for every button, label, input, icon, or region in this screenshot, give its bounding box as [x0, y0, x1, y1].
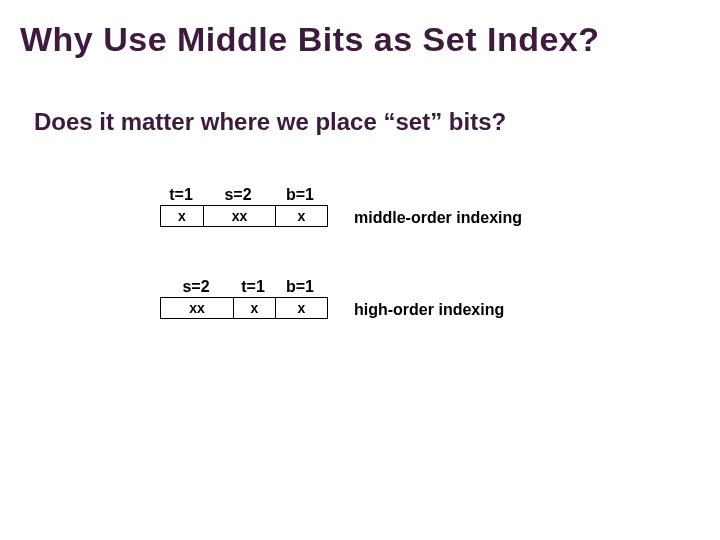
- bitfield-row-high-order: s=2 t=1 b=1 xx x x: [160, 278, 328, 319]
- field-cell: x: [233, 298, 275, 318]
- field-label: b=1: [274, 186, 326, 204]
- bitfield-labels: t=1 s=2 b=1: [160, 186, 328, 204]
- row-caption: high-order indexing: [354, 301, 504, 319]
- field-label: s=2: [160, 278, 232, 296]
- field-cell: xx: [203, 206, 275, 226]
- field-cell: x: [275, 206, 327, 226]
- bitfield-row-middle-order: t=1 s=2 b=1 x xx x: [160, 186, 328, 227]
- field-cell: x: [161, 206, 203, 226]
- row-caption: middle-order indexing: [354, 209, 522, 227]
- field-cell: x: [275, 298, 327, 318]
- slide-subtitle: Does it matter where we place “set” bits…: [34, 108, 506, 136]
- bitfield-box: xx x x: [160, 297, 328, 319]
- field-label: t=1: [232, 278, 274, 296]
- bitfield-labels: s=2 t=1 b=1: [160, 278, 328, 296]
- field-cell: xx: [161, 298, 233, 318]
- field-label: b=1: [274, 278, 326, 296]
- bitfield-box: x xx x: [160, 205, 328, 227]
- field-label: t=1: [160, 186, 202, 204]
- slide-title: Why Use Middle Bits as Set Index?: [20, 20, 700, 59]
- field-label: s=2: [202, 186, 274, 204]
- slide: Why Use Middle Bits as Set Index? Does i…: [0, 0, 720, 540]
